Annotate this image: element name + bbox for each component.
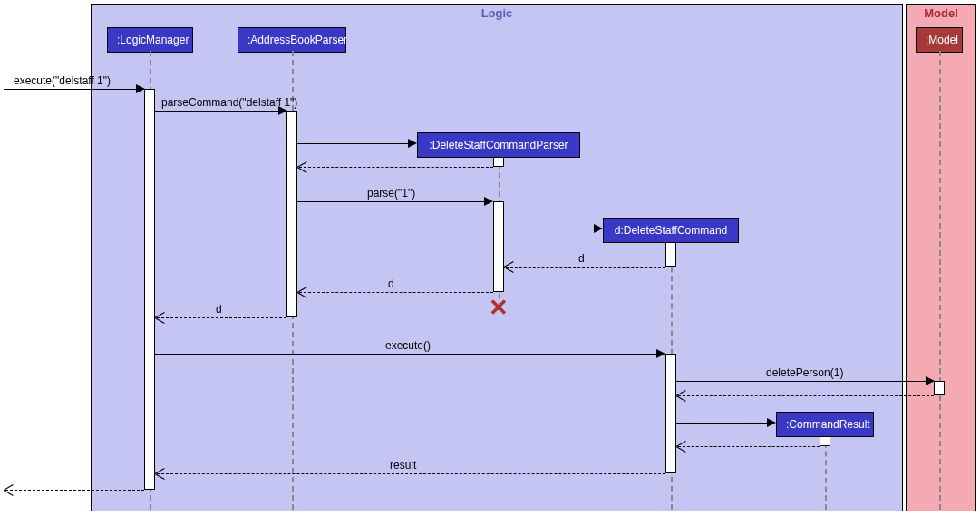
arrow-return-model [678,395,934,396]
lifeline-model [939,51,941,510]
msg-delete-person: deletePerson(1) [766,366,843,379]
arrowhead-return-cr [676,442,685,451]
msg-parse1: parse("1") [367,187,415,200]
participant-delete-staff-command-parser: :DeleteStaffCommandParser [417,132,580,158]
msg-d3: d [216,303,222,316]
arrow-execute [155,354,661,355]
arrowhead-parse-command [278,106,287,115]
arrowhead-return-dscp-create [297,162,306,171]
arrowhead-create-cr [767,418,776,427]
arrow-parse1 [297,201,488,202]
arrow-return-dscp-create [299,167,493,168]
model-frame: Model [906,4,976,511]
arrowhead-parse1 [484,197,493,206]
activation-dsc-execute [665,354,676,473]
activation-address-book-parser [286,111,297,317]
logic-frame-label: Logic [474,5,520,22]
participant-model: :Model [916,27,963,53]
arrowhead-return-d2 [297,287,306,297]
arrow-parse-command [155,111,282,112]
arrow-create-cr [676,423,772,424]
arrowhead-create-dsc [594,224,603,233]
activation-logic-manager [144,89,155,490]
msg-d2: d [388,277,394,290]
arrow-return-d2 [299,292,493,293]
arrowhead-return-external [4,485,13,494]
participant-address-book-parser: :AddressBookParser [238,27,346,53]
arrowhead-execute-delstaff [136,84,145,93]
msg-execute-delstaff: execute("delstaff 1") [14,74,111,87]
arrow-execute-delstaff [4,89,140,90]
activation-dscp-parse [493,201,504,292]
model-frame-label: Model [917,5,965,22]
msg-parse-command: parseCommand("delstaff 1") [161,96,297,109]
arrowhead-create-dscp [408,139,417,148]
arrowhead-delete-person [926,376,935,385]
arrow-return-cr [678,446,820,447]
arrow-delete-person [676,381,930,382]
activation-model [934,381,945,395]
arrow-return-d1 [506,267,665,268]
arrow-result [157,473,665,474]
msg-result: result [390,459,416,472]
participant-logic-manager: :LogicManager [107,27,193,53]
arrow-return-d3 [157,317,286,318]
arrowhead-execute [656,349,665,358]
arrowhead-return-d1 [504,262,513,271]
arrowhead-return-d3 [155,313,164,322]
msg-execute: execute() [385,339,431,352]
arrowhead-result [155,469,164,478]
msg-d1: d [578,252,585,265]
arrow-create-dsc [504,229,598,229]
participant-delete-staff-command: d:DeleteStaffCommand [603,218,739,243]
arrow-create-dscp [297,143,412,144]
arrow-return-external [5,490,144,491]
destroy-x-icon: ✕ [489,294,509,322]
arrowhead-return-model [676,391,685,400]
participant-command-result: :CommandResult [776,412,874,437]
